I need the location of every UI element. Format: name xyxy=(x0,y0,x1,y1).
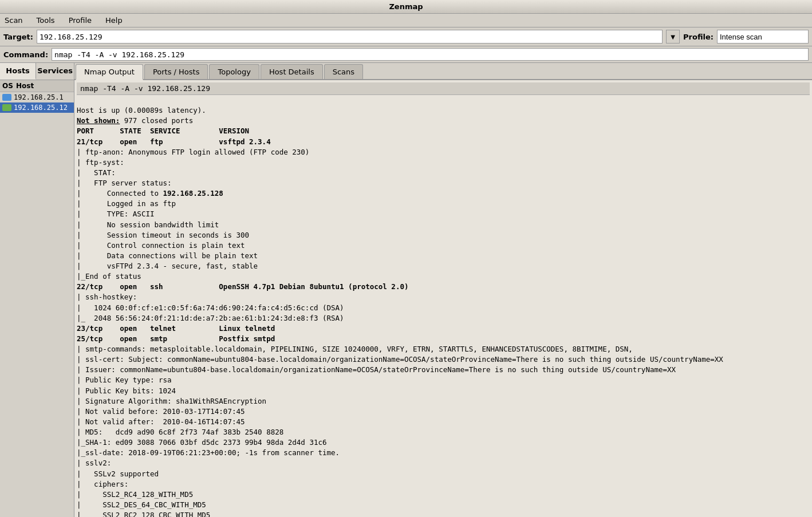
tab-ports-hosts[interactable]: Ports / Hosts xyxy=(144,64,208,79)
menu-tools[interactable]: Tools xyxy=(34,15,57,26)
host-ip: 192.168.25.12 xyxy=(14,104,68,112)
tab-nmap-output[interactable]: Nmap Output xyxy=(76,64,143,80)
tab-topology-label: Topology xyxy=(218,68,250,76)
hosts-list: 192.168.25.1 192.168.25.12 xyxy=(0,92,74,517)
tab-host-details[interactable]: Host Details xyxy=(261,64,323,79)
output-command-display: nmap -T4 -A -v 192.168.25.129 xyxy=(77,82,810,95)
tab-nmap-output-label: Nmap Output xyxy=(84,68,135,76)
host-column-header: Host xyxy=(16,82,72,90)
os-column-header: OS xyxy=(2,82,16,90)
command-bar: Command: xyxy=(0,46,812,63)
tab-hosts[interactable]: Hosts xyxy=(0,63,36,80)
menu-help[interactable]: Help xyxy=(103,15,125,26)
toolbar: Target: ▼ Profile: xyxy=(0,27,812,46)
tab-ports-hosts-label: Ports / Hosts xyxy=(153,68,200,76)
host-row[interactable]: 192.168.25.12 xyxy=(0,102,74,113)
host-ip: 192.168.25.1 xyxy=(14,93,64,101)
main-area: Hosts Services OS Host 192.168.25.1 192.… xyxy=(0,63,812,517)
tab-scans[interactable]: Scans xyxy=(324,64,363,79)
host-os-icon xyxy=(2,94,11,101)
right-panel: Nmap Output Ports / Hosts Topology Host … xyxy=(74,63,812,517)
menu-bar: Scan Tools Profile Help xyxy=(0,14,812,27)
command-input[interactable] xyxy=(52,48,809,61)
tab-hosts-label: Hosts xyxy=(6,66,30,75)
menu-profile[interactable]: Profile xyxy=(66,15,94,26)
command-label: Command: xyxy=(3,50,48,59)
target-label: Target: xyxy=(3,33,33,41)
target-dropdown-button[interactable]: ▼ xyxy=(666,30,680,44)
tab-services-label: Services xyxy=(37,66,73,75)
nmap-output-area[interactable]: nmap -T4 -A -v 192.168.25.129 Host is up… xyxy=(74,80,812,517)
app-title: Zenmap xyxy=(389,2,423,11)
profile-label: Profile: xyxy=(683,33,714,41)
left-tabs: Hosts Services xyxy=(0,63,74,80)
dropdown-arrow-icon: ▼ xyxy=(671,34,675,40)
host-os-icon xyxy=(2,104,11,111)
title-bar: Zenmap xyxy=(0,0,812,14)
profile-input[interactable] xyxy=(717,30,809,44)
right-tabs: Nmap Output Ports / Hosts Topology Host … xyxy=(74,63,812,80)
tab-services[interactable]: Services xyxy=(36,63,74,80)
hosts-header: OS Host xyxy=(0,80,74,92)
target-input[interactable] xyxy=(37,30,663,44)
output-content: Host is up (0.00089s latency). Not shown… xyxy=(77,95,810,517)
tab-topology[interactable]: Topology xyxy=(209,64,259,79)
tab-host-details-label: Host Details xyxy=(269,68,314,76)
tab-scans-label: Scans xyxy=(333,68,354,76)
left-panel: Hosts Services OS Host 192.168.25.1 192.… xyxy=(0,63,74,517)
host-row[interactable]: 192.168.25.1 xyxy=(0,92,74,102)
menu-scan[interactable]: Scan xyxy=(2,15,25,26)
